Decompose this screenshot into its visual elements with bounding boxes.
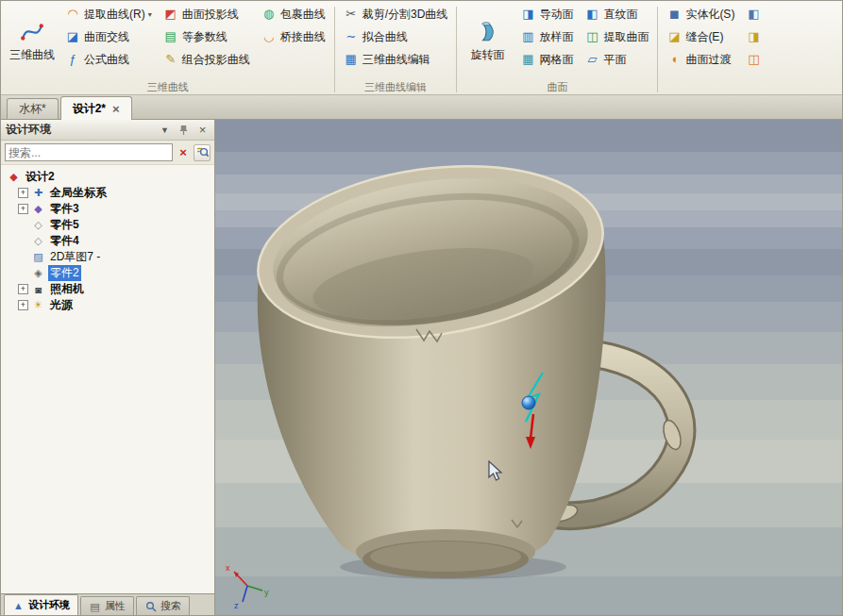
revolve-surface-icon <box>475 20 499 44</box>
isoparametric-curve-icon: ▤ <box>163 29 178 44</box>
isoparametric-curve-button[interactable]: ▤等参数线 <box>158 25 256 48</box>
expand-icon[interactable]: + <box>18 300 28 310</box>
panel-tab-2[interactable]: 搜索 <box>136 596 190 615</box>
plane-surface-button[interactable]: ▱平面 <box>579 48 654 71</box>
surface-blend-button[interactable]: ◖曲面过渡 <box>661 48 740 71</box>
clipped-button-1-button[interactable]: ◧ <box>740 3 770 25</box>
clipped-button-2-button[interactable]: ◨ <box>740 25 770 48</box>
chevron-down-icon[interactable]: ▼ <box>158 125 172 135</box>
triad-y-label: y <box>264 588 269 597</box>
clear-search-icon[interactable]: × <box>176 145 191 159</box>
tree-item-0[interactable]: ◆设计2 <box>3 169 212 185</box>
edit-3d-curve-button[interactable]: ▦三维曲线编辑 <box>338 48 454 71</box>
extract-surface-button[interactable]: ◫提取曲面 <box>579 25 654 48</box>
combined-projection-curve-button[interactable]: ✎组合投影曲线 <box>158 48 256 71</box>
panel-header: 设计环境 ▼ × <box>1 120 214 141</box>
tree-item-4[interactable]: ◇零件4 <box>3 233 212 249</box>
button-label: 曲面过渡 <box>685 52 731 68</box>
design-root-icon: ◆ <box>7 171 21 183</box>
fit-curve-button[interactable]: ∼拟合曲线 <box>338 25 454 48</box>
global-coordinate-system-icon: ✚ <box>31 187 45 199</box>
tree-item-8[interactable]: +☀光源 <box>3 297 212 313</box>
sweep-surface-button[interactable]: ◨导动面 <box>514 3 579 25</box>
close-tab-icon[interactable]: × <box>112 103 120 115</box>
panel-tab-label: 属性 <box>105 599 126 613</box>
group-separator <box>334 7 335 92</box>
bridge-curve-button[interactable]: ◡桥接曲线 <box>256 25 331 48</box>
panel-tab-label: 设计环境 <box>28 598 70 612</box>
part-icon: ◇ <box>31 235 45 247</box>
button-label: 公式曲线 <box>84 52 129 68</box>
expand-icon[interactable]: + <box>18 284 28 294</box>
tree-item-label: 2D草图7 - <box>48 249 102 265</box>
solidify-button[interactable]: ◼实体化(S) <box>661 3 740 25</box>
tree-item-label: 零件2 <box>48 265 81 281</box>
big-button-label: 旋转面 <box>470 47 504 63</box>
edit-3d-curve-icon: ▦ <box>344 52 359 67</box>
button-label: 等参数线 <box>182 29 228 45</box>
button-label: 实体化(S) <box>685 7 734 23</box>
button-label: 曲面交线 <box>84 29 129 45</box>
expand-icon[interactable]: + <box>18 204 28 214</box>
panel-tab-1[interactable]: ▤属性 <box>80 596 134 615</box>
ruled-surface-button[interactable]: ◧直纹面 <box>579 3 654 25</box>
search-filter-icon[interactable] <box>194 144 211 161</box>
tree-item-2[interactable]: +◆零件3 <box>3 201 212 217</box>
button-label: 平面 <box>603 52 626 68</box>
document-tab-0[interactable]: 水杯* <box>7 98 59 119</box>
formula-curve-button[interactable]: ƒ公式曲线 <box>59 48 158 71</box>
sketch-2d-icon: ▨ <box>31 251 45 263</box>
main-content: 设计环境 ▼ × × <box>1 120 842 615</box>
camera-icon: ◙ <box>31 284 45 295</box>
design-tree-panel: 设计环境 ▼ × × <box>1 120 215 615</box>
mug-foot <box>356 529 535 578</box>
tree-item-6[interactable]: ◈零件2 <box>3 265 212 281</box>
tree-item-7[interactable]: +◙照相机 <box>3 281 212 297</box>
tree-item-label: 设计2 <box>24 169 57 185</box>
curve-3d-button[interactable]: 三维曲线 <box>5 3 59 79</box>
trim-split-3d-curve-button[interactable]: ✂裁剪/分割3D曲线 <box>338 3 454 25</box>
surface-projection-curve-button[interactable]: ◩曲面投影线 <box>158 3 256 25</box>
panel-tab-0[interactable]: ▲设计环境 <box>4 594 78 615</box>
pin-icon-glyph <box>179 125 188 136</box>
sew-surface-button[interactable]: ◪缝合(E) <box>661 25 740 48</box>
design-tree-tab-icon: ▲ <box>12 599 25 611</box>
ribbon-group-label: 三维曲线 <box>5 79 331 94</box>
expand-icon[interactable]: + <box>18 188 28 198</box>
search-box[interactable] <box>5 143 173 161</box>
button-label: 包裹曲线 <box>280 7 326 23</box>
clipped-button-3-button[interactable]: ◫ <box>740 48 770 71</box>
tree-item-1[interactable]: +✚全局坐标系 <box>3 185 212 201</box>
group-separator <box>657 7 658 92</box>
button-label: 提取曲线(R) <box>84 7 145 23</box>
triad-x-label: x <box>226 563 230 573</box>
part-icon: ◈ <box>31 267 45 279</box>
bridge-curve-icon: ◡ <box>261 29 277 44</box>
search-tab-icon <box>144 600 157 612</box>
light-icon: ☀ <box>31 299 45 311</box>
close-panel-icon[interactable]: × <box>195 123 210 137</box>
surface-intersection-curve-button[interactable]: ◪曲面交线 <box>59 25 158 48</box>
button-label: 曲面投影线 <box>182 7 239 23</box>
mug-model[interactable] <box>247 145 684 579</box>
clipped-button-3-icon: ◫ <box>746 52 761 67</box>
extract-curve-button[interactable]: ◠提取曲线(R)▾ <box>59 3 158 25</box>
dropdown-arrow-icon: ▾ <box>148 10 152 19</box>
document-tab-1[interactable]: 设计2*× <box>60 96 132 120</box>
tree-item-label: 全局坐标系 <box>48 185 109 201</box>
pin-icon[interactable] <box>177 125 191 136</box>
wrap-curve-button[interactable]: ◍包裹曲线 <box>256 3 331 25</box>
viewport-3d[interactable]: x y z <box>215 120 842 615</box>
orientation-triad: x y z <box>226 563 269 610</box>
manipulator-ball[interactable] <box>522 396 535 409</box>
search-input[interactable] <box>8 146 169 159</box>
mesh-surface-icon: ▦ <box>520 52 535 67</box>
revolve-surface-button[interactable]: 旋转面 <box>460 3 514 79</box>
mesh-surface-button[interactable]: ▦网格面 <box>514 48 579 71</box>
tree-item-5[interactable]: ▨2D草图7 - <box>3 249 212 265</box>
ribbon-group-clipped: ◼实体化(S)◪缝合(E)◖曲面过渡◧◨◫ <box>659 3 772 94</box>
tree-item-3[interactable]: ◇零件5 <box>3 217 212 233</box>
loft-surface-button[interactable]: ▥放样面 <box>514 25 579 48</box>
part-icon: ◆ <box>31 203 45 215</box>
big-button-label: 三维曲线 <box>9 47 55 63</box>
